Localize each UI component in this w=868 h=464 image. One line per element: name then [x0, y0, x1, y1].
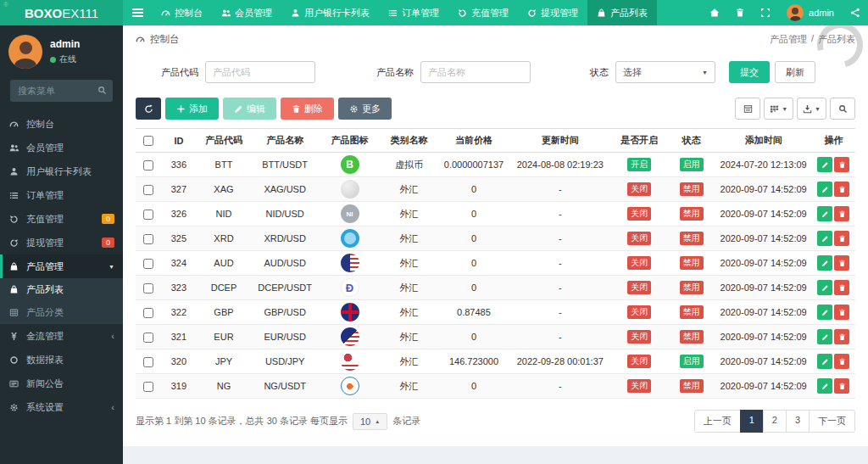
refresh-button[interactable]: 刷新	[775, 61, 815, 83]
row-checkbox[interactable]	[143, 234, 153, 244]
row-edit-button[interactable]	[817, 378, 832, 394]
row-checkbox[interactable]	[143, 357, 153, 367]
sidebar-item-label: 新闻公告	[26, 377, 64, 390]
reload-button[interactable]	[136, 98, 161, 120]
row-edit-button[interactable]	[817, 354, 832, 369]
row-checkbox[interactable]	[143, 259, 153, 269]
row-checkbox[interactable]	[143, 333, 153, 343]
edit-button[interactable]: 编辑	[223, 98, 276, 120]
nav-item-withdraw[interactable]: 提现管理	[518, 0, 587, 25]
row-edit-button[interactable]	[817, 329, 832, 344]
nav-item-orders[interactable]: 订单管理	[379, 0, 448, 25]
submit-button[interactable]: 提交	[729, 61, 770, 83]
row-delete-button[interactable]	[834, 157, 849, 172]
breadcrumb-separator: /	[811, 33, 814, 46]
row-edit-button[interactable]	[817, 305, 832, 320]
fullscreen-button[interactable]	[753, 0, 778, 25]
pagination-page-2[interactable]: 2	[763, 410, 787, 433]
nav-item-dashboard[interactable]: 控制台	[152, 0, 212, 25]
app-logo[interactable]: BOXOEX111	[0, 0, 123, 25]
nav-item-label: 订单管理	[402, 7, 439, 20]
sidebar-item-product-manage[interactable]: 产品管理▼	[0, 254, 123, 278]
row-delete-button[interactable]	[834, 378, 849, 394]
gauge-icon	[161, 8, 170, 18]
gauge-icon	[8, 120, 19, 129]
breadcrumb-parent[interactable]: 产品管理	[770, 33, 807, 46]
corner-watermark: ®	[3, 1, 8, 8]
sidebar-item-withdraw[interactable]: 提现管理0	[0, 231, 123, 254]
sidebar-item-recharge[interactable]: 充值管理0	[0, 207, 123, 231]
row-edit-button[interactable]	[817, 182, 832, 197]
row-delete-button[interactable]	[834, 182, 849, 197]
select-all-checkbox[interactable]	[143, 136, 153, 146]
pagination-next[interactable]: 下一页	[809, 410, 855, 433]
row-updated-time: 2022-09-28 00:01:37	[509, 349, 610, 374]
sidebar-toggle-button[interactable]	[123, 0, 152, 25]
row-delete-button[interactable]	[834, 305, 849, 320]
home-button[interactable]	[702, 0, 727, 25]
row-category: 外汇	[381, 251, 438, 276]
row-checkbox[interactable]	[143, 382, 153, 392]
online-dot-icon	[50, 57, 56, 63]
sidebar-item-product-category[interactable]: 产品分类	[0, 301, 123, 324]
row-delete-button[interactable]	[834, 280, 849, 295]
page-size-select[interactable]: 10 ▲	[353, 413, 387, 430]
sidebar-item-members[interactable]: 会员管理	[0, 136, 123, 159]
row-open-cell: 关闭	[610, 300, 668, 325]
row-delete-button[interactable]	[834, 231, 849, 246]
dashboard-icon	[136, 35, 145, 44]
search-toggle-button[interactable]	[830, 98, 855, 120]
row-product-icon-cell	[319, 226, 380, 251]
row-edit-button[interactable]	[817, 255, 832, 271]
sidebar-item-product-list[interactable]: 产品列表	[0, 278, 123, 301]
more-button[interactable]: 更多	[338, 98, 392, 120]
product-code-input[interactable]	[205, 61, 315, 83]
product-name-input[interactable]	[420, 61, 531, 83]
row-checkbox[interactable]	[143, 210, 153, 220]
sidebar-item-label: 系统设置	[26, 401, 64, 414]
row-edit-button[interactable]	[817, 157, 832, 172]
row-checkbox-cell	[136, 153, 161, 177]
sidebar-item-dashboard[interactable]: 控制台	[0, 112, 123, 136]
row-updated-time: -	[509, 300, 610, 325]
row-checkbox[interactable]	[143, 283, 153, 293]
sidebar-item-orders[interactable]: 订单管理	[0, 183, 123, 207]
sidebar-item-user-bank-cards[interactable]: 用户银行卡列表	[0, 159, 123, 183]
sidebar-item-finance[interactable]: 金流管理‹	[0, 324, 123, 348]
row-edit-button[interactable]	[817, 231, 832, 246]
row-edit-button[interactable]	[817, 206, 832, 221]
row-checkbox[interactable]	[143, 308, 153, 318]
row-delete-button[interactable]	[834, 329, 849, 344]
nav-item-recharge[interactable]: 充值管理	[448, 0, 518, 25]
user-menu[interactable]: admin	[778, 4, 843, 21]
sidebar-search-button[interactable]	[97, 86, 107, 95]
row-edit-button[interactable]	[817, 280, 832, 295]
delete-button[interactable]: 删除	[281, 98, 334, 120]
row-delete-button[interactable]	[834, 255, 849, 271]
add-button[interactable]: 添加	[165, 98, 219, 120]
row-checkbox[interactable]	[143, 185, 153, 195]
logout-button[interactable]	[843, 0, 868, 25]
nav-item-user-bank-cards[interactable]: 用户银行卡列表	[281, 0, 379, 25]
open-status-badge: 关闭	[627, 182, 651, 196]
row-delete-button[interactable]	[834, 206, 849, 221]
row-checkbox[interactable]	[143, 160, 153, 171]
row-status-cell: 禁用	[668, 226, 715, 251]
toggle-view-button[interactable]	[735, 98, 760, 120]
row-category: 外汇	[381, 325, 438, 349]
row-delete-button[interactable]	[834, 354, 849, 369]
sidebar-item-news[interactable]: 新闻公告	[0, 372, 123, 395]
table-row: 323DCEPDCEP/USDTÐ外汇0-关闭禁用2020-09-07 14:5…	[136, 276, 855, 300]
export-button[interactable]: ▼	[797, 98, 826, 120]
status-select[interactable]: 选择 ▼	[615, 61, 715, 83]
row-product-code: XAG	[197, 177, 251, 202]
nav-item-product-list[interactable]: 产品列表	[587, 0, 657, 25]
sidebar-item-reports[interactable]: 数据报表	[0, 348, 123, 372]
clear-cache-button[interactable]	[727, 0, 753, 25]
sidebar-item-settings[interactable]: 系统设置‹	[0, 395, 123, 419]
pagination-page-3[interactable]: 3	[786, 410, 810, 433]
nav-item-members[interactable]: 会员管理	[212, 0, 281, 25]
columns-button[interactable]: ▼	[764, 98, 793, 120]
pagination-prev[interactable]: 上一页	[694, 410, 741, 433]
pagination-page-1[interactable]: 1	[740, 410, 764, 433]
